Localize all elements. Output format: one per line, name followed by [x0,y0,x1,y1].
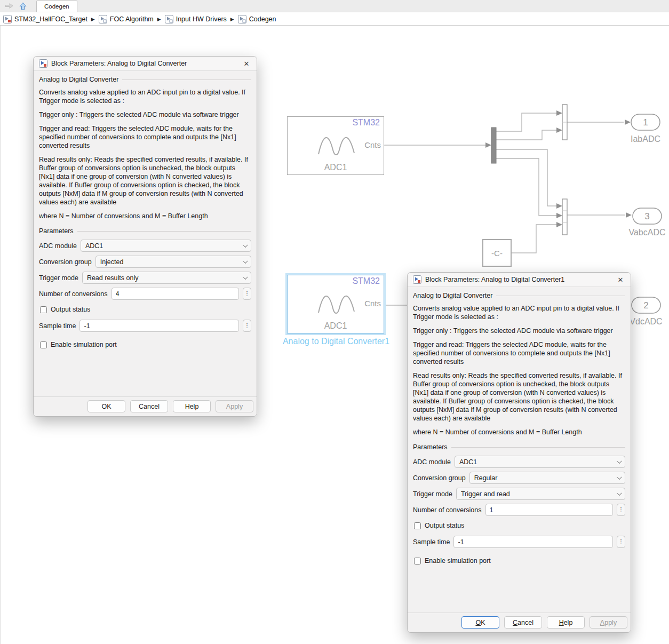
adc-module-label: ADC module [39,242,77,250]
outport-vabcadc[interactable]: 3 [633,208,662,224]
close-icon[interactable]: ✕ [242,60,251,68]
parameters-heading: Parameters [413,443,625,451]
dialog-body: Analog to Digital Converter Converts ana… [34,71,257,396]
block-params-dialog-adc: Block Parameters: Analog to Digital Conv… [33,56,257,417]
sine-wave-icon [317,289,356,317]
outport-number: 2 [643,300,648,311]
description-paragraph: Read results only: Reads the specified c… [39,155,251,206]
conversion-group-label: Conversion group [413,474,466,482]
constant-block[interactable]: -C- [482,239,512,267]
close-icon[interactable]: ✕ [616,276,625,284]
sample-time-label: Sample time [413,538,450,546]
chevron-down-icon [243,258,248,264]
num-conversions-label: Number of conversions [39,290,108,298]
section-heading: Analog to Digital Converter [39,76,251,83]
chevron-down-icon [617,490,622,496]
help-button[interactable]: Help [547,616,585,629]
chevron-down-icon [243,242,248,248]
simulink-block-icon [413,275,421,284]
cancel-button[interactable]: Cancel [504,616,542,629]
adc2-block-selected[interactable]: STM32 Cnts ADC1 [287,275,384,333]
conversion-group-dropdown[interactable]: Regular [469,472,625,484]
parameter-actions-button[interactable]: ⋮ [617,504,625,516]
output-status-label: Output status [425,522,464,529]
ok-button[interactable]: OK [461,616,499,629]
description-paragraph: Trigger only : Triggers the selected ADC… [413,327,625,335]
outport-number: 3 [644,211,649,221]
conversion-group-dropdown[interactable]: Injected [95,256,251,268]
parameter-actions-button[interactable]: ⋮ [617,536,625,548]
block-name: ADC1 [288,321,384,331]
simulink-block-icon [39,59,47,68]
mux-block-vabc[interactable] [562,199,567,235]
chevron-down-icon [617,474,622,480]
parameter-actions-button[interactable]: ⋮ [243,320,251,332]
output-status-checkbox[interactable] [40,306,47,313]
apply-button[interactable]: Apply [216,400,253,412]
adc-module-dropdown[interactable]: ADC1 [81,240,251,252]
description-paragraph: Trigger and read: Triggers the selected … [39,124,251,150]
output-port-label: Cnts [364,299,381,308]
outport-vdcadc[interactable]: 2 [632,297,660,313]
description-paragraph: Trigger only : Triggers the selected ADC… [39,110,251,119]
constant-label: -C- [491,249,503,258]
outport-label: VdcADC [630,317,662,326]
block-params-dialog-adc1: Block Parameters: Analog to Digital Conv… [407,272,631,633]
adc1-block[interactable]: STM32 Cnts ADC1 [287,116,384,175]
dialog-title-bar[interactable]: Block Parameters: Analog to Digital Conv… [408,273,631,287]
dialog-title: Block Parameters: Analog to Digital Conv… [51,60,238,67]
trigger-mode-dropdown[interactable]: Trigger and read [456,488,625,500]
output-port-label: Cnts [364,140,381,149]
sample-time-label: Sample time [39,322,76,330]
enable-simulation-port-checkbox[interactable] [414,558,421,565]
outport-iabadc[interactable]: 1 [631,114,660,130]
sample-time-input[interactable] [453,536,613,548]
block-name: ADC1 [288,163,384,172]
enable-simulation-port-label: Enable simulation port [425,557,491,565]
apply-button[interactable]: Apply [590,616,627,629]
dialog-title-bar[interactable]: Block Parameters: Analog to Digital Conv… [34,57,257,71]
output-status-label: Output status [51,306,90,313]
outport-number: 1 [643,117,648,128]
section-heading: Analog to Digital Converter [413,292,625,299]
description-paragraph: Read results only: Reads the specified c… [413,371,625,423]
ok-button[interactable]: OK [87,400,125,412]
vendor-label: STM32 [352,276,380,286]
description-paragraph: where N = Number of conversions and M = … [39,212,251,220]
demux-block[interactable] [491,128,496,163]
mux-block-iab[interactable] [562,105,567,140]
adc2-block-caption: Analog to Digital Converter1 [277,337,395,346]
trigger-mode-label: Trigger mode [39,274,78,282]
dialog-button-row: OK Cancel Help Apply [34,396,257,416]
parameter-actions-button[interactable]: ⋮ [243,288,251,300]
output-status-checkbox[interactable] [414,522,421,529]
trigger-mode-label: Trigger mode [413,490,452,498]
sample-time-input[interactable] [79,320,239,332]
enable-simulation-port-checkbox[interactable] [40,341,47,348]
chevron-down-icon [617,458,622,464]
cancel-button[interactable]: Cancel [130,400,168,412]
help-button[interactable]: Help [173,400,211,412]
conversion-group-label: Conversion group [39,258,92,266]
num-conversions-label: Number of conversions [413,506,482,514]
num-conversions-input[interactable] [111,288,239,300]
adc-module-dropdown[interactable]: ADC1 [455,456,625,468]
description-paragraph: Trigger and read: Triggers the selected … [413,340,625,366]
sine-wave-icon [317,131,356,158]
outport-label: VabcADC [628,228,665,237]
outport-label: IabADC [631,134,660,144]
dialog-body: Analog to Digital Converter Converts ana… [408,287,631,613]
description-paragraph: Converts analog value applied to an ADC … [413,304,625,321]
num-conversions-input[interactable] [485,504,613,516]
chevron-down-icon [243,274,248,280]
parameters-heading: Parameters [39,227,251,235]
vendor-label: STM32 [352,118,380,128]
enable-simulation-port-label: Enable simulation port [51,341,117,348]
trigger-mode-dropdown[interactable]: Read results only [82,272,251,284]
dialog-button-row: OK Cancel Help Apply [408,613,631,632]
description-paragraph: Converts analog value applied to an ADC … [39,88,251,105]
dialog-title: Block Parameters: Analog to Digital Conv… [425,276,612,283]
adc-module-label: ADC module [413,458,451,466]
description-paragraph: where N = Number of conversions and M = … [413,428,625,436]
